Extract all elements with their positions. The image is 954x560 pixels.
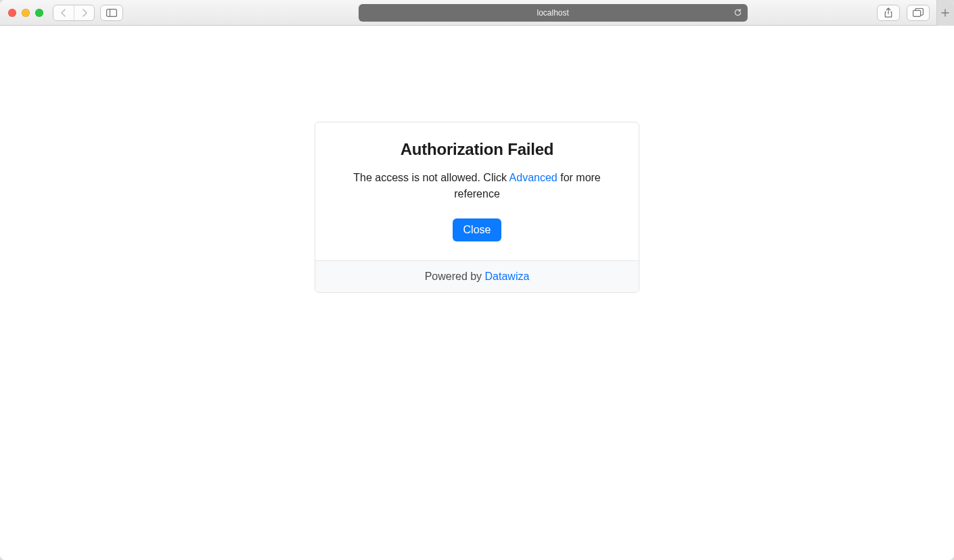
dialog-footer: Powered by Datawiza	[315, 260, 639, 292]
minimize-window-button[interactable]	[22, 9, 30, 17]
datawiza-link[interactable]: Datawiza	[485, 271, 530, 282]
chevron-right-icon	[81, 9, 88, 17]
close-button[interactable]: Close	[453, 218, 502, 241]
chevron-left-icon	[60, 9, 67, 17]
close-window-button[interactable]	[8, 9, 16, 17]
tabs-button[interactable]	[907, 5, 930, 21]
page-content: Authorization Failed The access is not a…	[0, 26, 954, 560]
fullscreen-window-button[interactable]	[35, 9, 43, 17]
reload-button[interactable]	[733, 8, 742, 17]
dialog-body: Authorization Failed The access is not a…	[315, 122, 639, 260]
sidebar-icon	[106, 9, 117, 17]
sidebar-toggle-button[interactable]	[100, 5, 123, 21]
share-icon	[884, 7, 893, 18]
nav-buttons	[53, 5, 95, 21]
window-controls	[8, 9, 43, 17]
browser-toolbar: localhost	[0, 0, 954, 26]
back-button[interactable]	[53, 5, 74, 20]
address-bar[interactable]: localhost	[359, 4, 748, 22]
url-text: localhost	[537, 8, 568, 18]
browser-window: localhost	[0, 0, 954, 560]
forward-button[interactable]	[74, 5, 94, 20]
message-prefix: The access is not allowed. Click	[353, 172, 509, 183]
footer-prefix: Powered by	[425, 271, 485, 282]
advanced-link[interactable]: Advanced	[509, 172, 558, 183]
svg-rect-0	[107, 9, 117, 16]
dialog-title: Authorization Failed	[333, 140, 621, 159]
authorization-dialog: Authorization Failed The access is not a…	[315, 122, 639, 293]
share-button[interactable]	[877, 5, 900, 21]
reload-icon	[733, 8, 742, 17]
toolbar-right	[877, 0, 949, 26]
dialog-message: The access is not allowed. Click Advance…	[333, 170, 621, 202]
new-tab-button[interactable]	[936, 0, 954, 26]
svg-rect-2	[913, 10, 921, 16]
plus-icon	[941, 9, 949, 17]
tabs-icon	[913, 8, 924, 17]
